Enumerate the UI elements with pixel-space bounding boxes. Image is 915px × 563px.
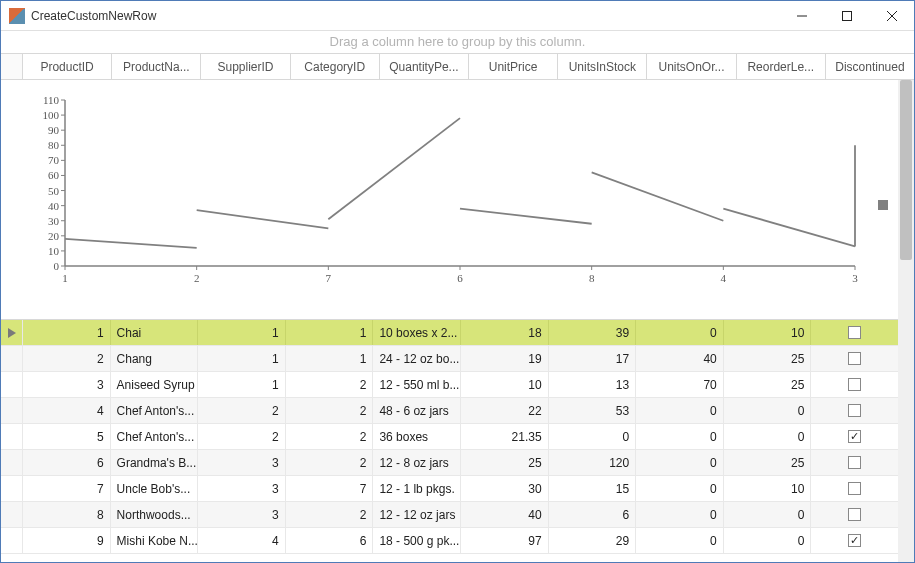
cell-productname[interactable]: Mishi Kobe N... [111, 528, 199, 553]
checkbox-icon[interactable]: ✓ [848, 430, 861, 443]
checkbox-icon[interactable] [848, 352, 861, 365]
minimize-button[interactable] [779, 1, 824, 30]
cell-categoryid[interactable]: 2 [286, 372, 374, 397]
cell-supplierid[interactable]: 1 [198, 320, 286, 345]
cell-productid[interactable]: 2 [23, 346, 111, 371]
maximize-button[interactable] [824, 1, 869, 30]
cell-productid[interactable]: 3 [23, 372, 111, 397]
cell-supplierid[interactable]: 3 [198, 502, 286, 527]
cell-unitsonorder[interactable]: 0 [636, 476, 724, 501]
cell-categoryid[interactable]: 2 [286, 502, 374, 527]
table-row[interactable]: 8 Northwoods... 3 2 12 - 12 oz jars 40 6… [1, 502, 898, 528]
cell-supplierid[interactable]: 1 [198, 346, 286, 371]
cell-unitprice[interactable]: 18 [461, 320, 549, 345]
cell-reorderlevel[interactable]: 25 [724, 450, 812, 475]
cell-quantityperunit[interactable]: 48 - 6 oz jars [373, 398, 461, 423]
cell-unitprice[interactable]: 30 [461, 476, 549, 501]
cell-productname[interactable]: Northwoods... [111, 502, 199, 527]
cell-productid[interactable]: 5 [23, 424, 111, 449]
cell-quantityperunit[interactable]: 18 - 500 g pk... [373, 528, 461, 553]
cell-productname[interactable]: Chef Anton's... [111, 424, 199, 449]
cell-reorderlevel[interactable]: 10 [724, 476, 812, 501]
cell-supplierid[interactable]: 3 [198, 450, 286, 475]
cell-unitprice[interactable]: 25 [461, 450, 549, 475]
cell-productid[interactable]: 6 [23, 450, 111, 475]
cell-unitsinstock[interactable]: 17 [549, 346, 637, 371]
cell-reorderlevel[interactable]: 0 [724, 528, 812, 553]
column-header-reorderlevel[interactable]: ReorderLe... [737, 54, 826, 79]
cell-productname[interactable]: Chang [111, 346, 199, 371]
cell-unitsonorder[interactable]: 0 [636, 398, 724, 423]
cell-quantityperunit[interactable]: 12 - 8 oz jars [373, 450, 461, 475]
column-header-categoryid[interactable]: CategoryID [291, 54, 380, 79]
table-row[interactable]: 7 Uncle Bob's... 3 7 12 - 1 lb pkgs. 30 … [1, 476, 898, 502]
cell-productname[interactable]: Aniseed Syrup [111, 372, 199, 397]
cell-unitsinstock[interactable]: 13 [549, 372, 637, 397]
cell-discontinued[interactable] [811, 320, 898, 345]
cell-productname[interactable]: Grandma's B... [111, 450, 199, 475]
cell-discontinued[interactable] [811, 450, 898, 475]
titlebar[interactable]: CreateCustomNewRow [1, 1, 914, 31]
cell-reorderlevel[interactable]: 0 [724, 424, 812, 449]
cell-unitprice[interactable]: 40 [461, 502, 549, 527]
cell-unitprice[interactable]: 97 [461, 528, 549, 553]
vertical-scrollbar[interactable] [898, 80, 914, 562]
table-row[interactable]: 6 Grandma's B... 3 2 12 - 8 oz jars 25 1… [1, 450, 898, 476]
cell-reorderlevel[interactable]: 0 [724, 398, 812, 423]
checkbox-icon[interactable] [848, 326, 861, 339]
cell-unitprice[interactable]: 10 [461, 372, 549, 397]
cell-reorderlevel[interactable]: 25 [724, 372, 812, 397]
cell-supplierid[interactable]: 1 [198, 372, 286, 397]
cell-categoryid[interactable]: 2 [286, 424, 374, 449]
cell-quantityperunit[interactable]: 10 boxes x 2... [373, 320, 461, 345]
cell-unitsonorder[interactable]: 0 [636, 528, 724, 553]
cell-productid[interactable]: 7 [23, 476, 111, 501]
table-row[interactable]: 4 Chef Anton's... 2 2 48 - 6 oz jars 22 … [1, 398, 898, 424]
checkbox-icon[interactable] [848, 378, 861, 391]
cell-productname[interactable]: Uncle Bob's... [111, 476, 199, 501]
cell-supplierid[interactable]: 4 [198, 528, 286, 553]
checkbox-icon[interactable] [848, 508, 861, 521]
cell-supplierid[interactable]: 2 [198, 398, 286, 423]
cell-unitsinstock[interactable]: 29 [549, 528, 637, 553]
cell-unitsinstock[interactable]: 53 [549, 398, 637, 423]
cell-categoryid[interactable]: 1 [286, 320, 374, 345]
cell-productid[interactable]: 8 [23, 502, 111, 527]
cell-unitsinstock[interactable]: 120 [549, 450, 637, 475]
column-header-discontinued[interactable]: Discontinued [826, 54, 914, 79]
cell-discontinued[interactable]: ✓ [811, 424, 898, 449]
cell-unitsonorder[interactable]: 0 [636, 502, 724, 527]
checkbox-icon[interactable]: ✓ [848, 534, 861, 547]
table-row[interactable]: 3 Aniseed Syrup 1 2 12 - 550 ml b... 10 … [1, 372, 898, 398]
cell-quantityperunit[interactable]: 36 boxes [373, 424, 461, 449]
cell-unitsonorder[interactable]: 0 [636, 320, 724, 345]
cell-discontinued[interactable] [811, 502, 898, 527]
table-row[interactable]: 1 Chai 1 1 10 boxes x 2... 18 39 0 10 [1, 320, 898, 346]
cell-reorderlevel[interactable]: 25 [724, 346, 812, 371]
cell-quantityperunit[interactable]: 12 - 1 lb pkgs. [373, 476, 461, 501]
table-row[interactable]: 9 Mishi Kobe N... 4 6 18 - 500 g pk... 9… [1, 528, 898, 554]
column-header-unitprice[interactable]: UnitPrice [469, 54, 558, 79]
cell-discontinued[interactable] [811, 372, 898, 397]
checkbox-icon[interactable] [848, 456, 861, 469]
cell-unitsonorder[interactable]: 70 [636, 372, 724, 397]
cell-unitsinstock[interactable]: 6 [549, 502, 637, 527]
cell-productid[interactable]: 4 [23, 398, 111, 423]
cell-unitprice[interactable]: 22 [461, 398, 549, 423]
cell-unitsinstock[interactable]: 0 [549, 424, 637, 449]
cell-quantityperunit[interactable]: 24 - 12 oz bo... [373, 346, 461, 371]
cell-reorderlevel[interactable]: 10 [724, 320, 812, 345]
table-row[interactable]: 2 Chang 1 1 24 - 12 oz bo... 19 17 40 25 [1, 346, 898, 372]
cell-unitsinstock[interactable]: 39 [549, 320, 637, 345]
column-header-quantityperunit[interactable]: QuantityPe... [380, 54, 469, 79]
cell-unitsonorder[interactable]: 0 [636, 424, 724, 449]
column-header-productid[interactable]: ProductID [23, 54, 112, 79]
cell-productname[interactable]: Chef Anton's... [111, 398, 199, 423]
cell-categoryid[interactable]: 6 [286, 528, 374, 553]
cell-discontinued[interactable]: ✓ [811, 528, 898, 553]
cell-discontinued[interactable] [811, 346, 898, 371]
cell-unitsonorder[interactable]: 40 [636, 346, 724, 371]
cell-unitprice[interactable]: 19 [461, 346, 549, 371]
checkbox-icon[interactable] [848, 404, 861, 417]
cell-productname[interactable]: Chai [111, 320, 199, 345]
